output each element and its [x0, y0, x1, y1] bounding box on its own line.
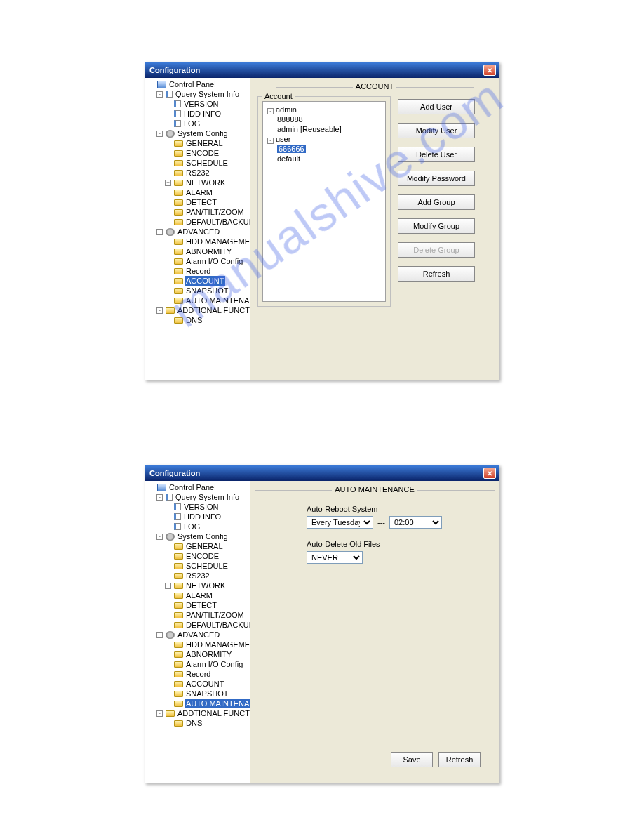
- tree-item[interactable]: DEFAULT/BACKUP: [163, 217, 250, 227]
- account-item[interactable]: 666666: [277, 145, 306, 153]
- add-group-button[interactable]: Add Group: [398, 194, 475, 210]
- tree-item[interactable]: SNAPSHOT: [163, 689, 250, 699]
- panel-title: ACCOUNT: [250, 82, 499, 91]
- auto-reboot-time-select[interactable]: 02:00: [389, 516, 442, 529]
- tree-item[interactable]: SCHEDULE: [163, 158, 250, 168]
- folder-icon: [174, 543, 183, 550]
- account-item[interactable]: default: [277, 154, 300, 163]
- tree-item[interactable]: Record: [163, 266, 250, 276]
- folder-icon: [174, 140, 183, 147]
- account-tree[interactable]: -admin888888admin [Reuseable]-user666666…: [262, 101, 386, 302]
- tree-item[interactable]: ABNORMITY: [163, 649, 250, 659]
- tree-item[interactable]: AUTO MAINTENANCE: [163, 699, 250, 708]
- tree-item[interactable]: +NETWORK: [163, 581, 250, 590]
- tree-item[interactable]: ABNORMITY: [163, 246, 250, 256]
- tree-group[interactable]: -System Config: [155, 531, 250, 541]
- expand-icon[interactable]: -: [156, 710, 163, 717]
- delete-group-button[interactable]: Delete Group: [398, 242, 475, 258]
- tree-item[interactable]: VERSION: [163, 99, 250, 109]
- account-group[interactable]: admin: [276, 105, 297, 114]
- modify-group-button[interactable]: Modify Group: [398, 218, 475, 234]
- close-icon[interactable]: ✕: [483, 65, 496, 76]
- tree-item[interactable]: PAN/TILT/ZOOM: [163, 610, 250, 620]
- modify-user-button[interactable]: Modify User: [398, 123, 475, 138]
- expand-icon[interactable]: -: [156, 632, 163, 638]
- nav-tree[interactable]: Control Panel-Query System InfoVERSIONHD…: [145, 78, 250, 380]
- titlebar[interactable]: Configuration ✕: [145, 465, 499, 481]
- tree-item[interactable]: PAN/TILT/ZOOM: [163, 207, 250, 217]
- account-group[interactable]: user: [276, 135, 290, 143]
- tree-item[interactable]: HDD MANAGEMENT: [163, 640, 250, 649]
- titlebar[interactable]: Configuration ✕: [145, 62, 499, 78]
- expand-icon[interactable]: -: [156, 229, 163, 235]
- tree-group[interactable]: -ADVANCED: [155, 630, 250, 640]
- tree-item[interactable]: DNS: [163, 718, 250, 728]
- expand-icon[interactable]: -: [156, 91, 163, 98]
- tree-item[interactable]: Record: [163, 669, 250, 679]
- page-icon: [174, 120, 181, 127]
- refresh-button[interactable]: Refresh: [438, 752, 481, 767]
- tree-group[interactable]: -ADDTIONAL FUNCTION: [155, 708, 250, 718]
- tree-group[interactable]: -ADVANCED: [155, 227, 250, 237]
- tree-root[interactable]: Control Panel: [147, 79, 250, 89]
- tree-item[interactable]: RS232: [163, 571, 250, 581]
- tree-item[interactable]: GENERAL: [163, 138, 250, 148]
- tree-item[interactable]: AUTO MAINTENANCE: [163, 296, 250, 305]
- tree-item[interactable]: Alarm I/O Config: [163, 256, 250, 266]
- close-icon[interactable]: ✕: [483, 468, 496, 479]
- gear-icon: [166, 533, 175, 541]
- tree-item[interactable]: LOG: [163, 522, 250, 531]
- expand-icon[interactable]: -: [156, 307, 163, 314]
- refresh-button[interactable]: Refresh: [398, 266, 475, 282]
- tree-item[interactable]: DETECT: [163, 197, 250, 207]
- auto-delete-label: Auto-Delete Old Files: [307, 540, 481, 548]
- tree-item[interactable]: LOG: [163, 119, 250, 128]
- tree-item[interactable]: DNS: [163, 315, 250, 325]
- tree-item[interactable]: HDD MANAGEMENT: [163, 237, 250, 246]
- tree-item[interactable]: GENERAL: [163, 541, 250, 551]
- tree-root[interactable]: Control Panel: [147, 482, 250, 492]
- expand-icon[interactable]: +: [165, 583, 171, 589]
- tree-item[interactable]: ENCODE: [163, 551, 250, 561]
- folder-icon: [174, 298, 183, 304]
- tree-item[interactable]: RS232: [163, 168, 250, 178]
- account-item[interactable]: 888888: [277, 115, 303, 124]
- add-user-button[interactable]: Add User: [398, 99, 475, 114]
- tree-item[interactable]: SNAPSHOT: [163, 286, 250, 296]
- tree-item[interactable]: VERSION: [163, 502, 250, 512]
- tree-item[interactable]: ENCODE: [163, 148, 250, 158]
- window-title: Configuration: [149, 469, 483, 477]
- folder-icon: [174, 691, 183, 697]
- modify-password-button[interactable]: Modify Password: [398, 171, 475, 186]
- tree-group[interactable]: -System Config: [155, 128, 250, 138]
- auto-reboot-day-select[interactable]: Every Tuesday: [307, 516, 373, 529]
- folder-icon: [174, 268, 183, 274]
- tree-item[interactable]: DEFAULT/BACKUP: [163, 620, 250, 630]
- tree-item[interactable]: ACCOUNT: [163, 679, 250, 689]
- tree-item[interactable]: DETECT: [163, 600, 250, 610]
- expand-icon[interactable]: -: [156, 131, 163, 137]
- delete-user-button[interactable]: Delete User: [398, 147, 475, 162]
- tree-item[interactable]: ALARM: [163, 590, 250, 600]
- auto-delete-select[interactable]: NEVER: [307, 551, 363, 564]
- expand-icon[interactable]: -: [156, 494, 163, 501]
- expand-icon[interactable]: -: [267, 138, 274, 144]
- window-title: Configuration: [149, 66, 483, 74]
- tree-group[interactable]: -Query System Info: [155, 492, 250, 502]
- tree-item[interactable]: Alarm I/O Config: [163, 659, 250, 669]
- folder-icon: [174, 583, 183, 589]
- tree-group[interactable]: -ADDTIONAL FUNCTION: [155, 305, 250, 315]
- tree-item[interactable]: HDD INFO: [163, 109, 250, 119]
- nav-tree[interactable]: Control Panel-Query System InfoVERSIONHD…: [145, 481, 250, 783]
- save-button[interactable]: Save: [391, 752, 433, 767]
- tree-item[interactable]: ACCOUNT: [163, 276, 250, 286]
- tree-item[interactable]: ALARM: [163, 187, 250, 197]
- expand-icon[interactable]: -: [156, 534, 163, 540]
- tree-group[interactable]: -Query System Info: [155, 89, 250, 99]
- tree-item[interactable]: SCHEDULE: [163, 561, 250, 571]
- expand-icon[interactable]: -: [267, 108, 274, 114]
- account-item[interactable]: admin [Reuseable]: [277, 125, 342, 133]
- expand-icon[interactable]: +: [165, 180, 171, 186]
- tree-item[interactable]: +NETWORK: [163, 178, 250, 187]
- tree-item[interactable]: HDD INFO: [163, 512, 250, 522]
